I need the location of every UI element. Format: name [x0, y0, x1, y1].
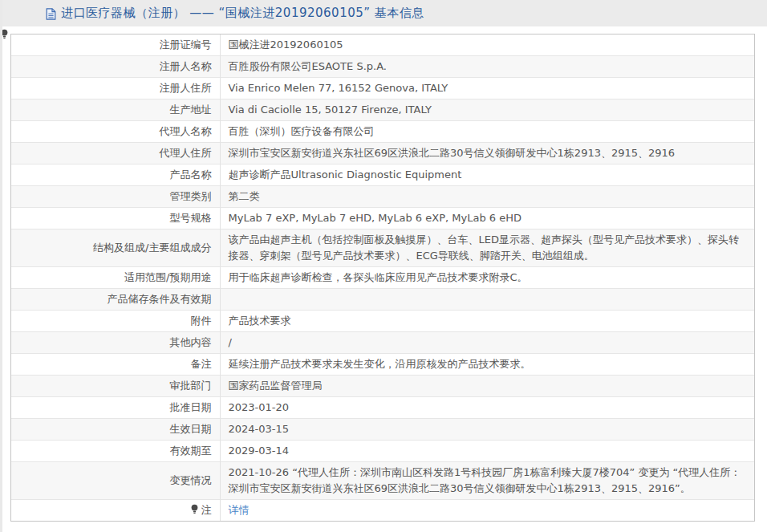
row-label: 产品储存条件及有效期	[11, 289, 220, 311]
detail-link[interactable]: 详情	[229, 504, 250, 516]
row-value: 国家药品监督管理局	[220, 376, 754, 397]
row-label-text: 型号规格	[170, 212, 212, 224]
row-value: 产品技术要求	[220, 311, 754, 332]
row-label: 审批部门	[11, 376, 220, 397]
row-label: 注册人名称	[11, 56, 220, 78]
row-label: 注	[11, 500, 220, 522]
table-row: 代理人名称百胜（深圳）医疗设备有限公司	[11, 121, 754, 143]
table-row: 其他内容/	[11, 332, 754, 354]
row-label-text: 代理人名称	[160, 125, 212, 137]
row-label-text: 注	[201, 504, 212, 516]
table-row: 生效日期2024-03-15	[11, 419, 754, 441]
table-row: 注册人名称百胜股份有限公司ESAOTE S.p.A.	[11, 56, 754, 78]
table-row: 产品名称超声诊断产品Ultrasonic Diagnostic Equipmen…	[11, 164, 754, 186]
table-row: 附件产品技术要求	[11, 311, 754, 332]
row-value: 2021-10-26 “代理人住所：深圳市南山区科发路1号科技园厂房1栋富利臻大…	[220, 462, 754, 500]
row-label: 代理人住所	[11, 143, 220, 164]
row-label: 其他内容	[11, 332, 220, 354]
row-value: 国械注进20192060105	[220, 35, 754, 56]
row-label-text: 结构及组成/主要组成成分	[93, 242, 211, 254]
window-left-edge	[0, 0, 2, 532]
row-label-text: 适用范围/预期用途	[124, 271, 211, 283]
table-row: 批准日期2023-01-20	[11, 397, 754, 419]
row-label-text: 注册人名称	[160, 60, 212, 72]
row-label: 管理类别	[11, 186, 220, 208]
table-row: 结构及组成/主要组成成分该产品由超声主机（包括控制面板及触摸屏）、台车、LED显…	[11, 229, 754, 267]
row-value	[220, 289, 754, 311]
header-bar: 进口医疗器械（注册） —— “国械注进20192060105” 基本信息	[0, 0, 767, 26]
row-label: 批准日期	[11, 397, 220, 419]
row-label-text: 附件	[191, 315, 212, 327]
row-label: 生效日期	[11, 419, 220, 441]
table-row: 注详情	[11, 500, 754, 522]
row-label-text: 注册人住所	[160, 82, 212, 94]
table-row: 生产地址Via di Caciolle 15, 50127 Firenze, I…	[11, 99, 754, 121]
table-row: 有效期至2029-03-14	[11, 441, 754, 462]
table-row: 型号规格MyLab 7 eXP, MyLab 7 eHD, MyLab 6 eX…	[11, 208, 754, 229]
row-label-text: 其他内容	[170, 336, 212, 348]
row-value: 该产品由超声主机（包括控制面板及触摸屏）、台车、LED显示器、超声探头（型号见产…	[220, 229, 754, 267]
document-icon	[46, 8, 56, 20]
table-row: 产品储存条件及有效期	[11, 289, 754, 311]
table-row: 适用范围/预期用途用于临床超声诊断检查，各探头临床应用见产品技术要求附录C。	[11, 267, 754, 289]
row-value: 第二类	[220, 186, 754, 208]
row-value: 百胜股份有限公司ESAOTE S.p.A.	[220, 56, 754, 78]
table-row: 注册证编号国械注进20192060105	[11, 35, 754, 56]
row-label-text: 生效日期	[170, 423, 212, 435]
row-label-text: 产品名称	[170, 169, 212, 181]
row-label-text: 生产地址	[170, 104, 212, 116]
row-label: 注册人住所	[11, 78, 220, 99]
registration-info-table-wrap: 注册证编号国械注进20192060105注册人名称百胜股份有限公司ESAOTE …	[10, 34, 755, 522]
row-label-text: 批准日期	[170, 401, 212, 413]
table-row: 审批部门国家药品监督管理局	[11, 376, 754, 397]
row-label-text: 产品储存条件及有效期	[108, 293, 212, 305]
row-label: 型号规格	[11, 208, 220, 229]
row-label: 代理人名称	[11, 121, 220, 143]
row-label: 变更情况	[11, 462, 220, 500]
row-label-text: 代理人住所	[160, 147, 212, 159]
row-label: 备注	[11, 354, 220, 376]
row-value: Via di Caciolle 15, 50127 Firenze, ITALY	[220, 99, 754, 121]
row-value: 超声诊断产品Ultrasonic Diagnostic Equipment	[220, 164, 754, 186]
row-label-text: 审批部门	[170, 380, 212, 392]
row-value: Via Enrico Melen 77, 16152 Genova, ITALY	[220, 78, 754, 99]
row-label: 适用范围/预期用途	[11, 267, 220, 289]
row-label: 结构及组成/主要组成成分	[11, 229, 220, 267]
table-row: 变更情况2021-10-26 “代理人住所：深圳市南山区科发路1号科技园厂房1栋…	[11, 462, 754, 500]
row-value: 2023-01-20	[220, 397, 754, 419]
row-label-text: 有效期至	[170, 445, 212, 457]
note-bulb-icon	[190, 504, 199, 514]
row-value: 2029-03-14	[220, 441, 754, 462]
row-value: /	[220, 332, 754, 354]
row-label: 注册证编号	[11, 35, 220, 56]
table-row: 代理人住所深圳市宝安区新安街道兴东社区69区洪浪北二路30号信义领御研发中心1栋…	[11, 143, 754, 164]
row-value: 延续注册产品技术要求未发生变化，沿用原核发的产品技术要求。	[220, 354, 754, 376]
table-row: 备注延续注册产品技术要求未发生变化，沿用原核发的产品技术要求。	[11, 354, 754, 376]
row-label: 生产地址	[11, 99, 220, 121]
table-row: 注册人住所Via Enrico Melen 77, 16152 Genova, …	[11, 78, 754, 99]
row-value: 详情	[220, 500, 754, 522]
registration-info-table: 注册证编号国械注进20192060105注册人名称百胜股份有限公司ESAOTE …	[11, 35, 754, 521]
row-label-text: 变更情况	[170, 474, 212, 486]
page-title: 进口医疗器械（注册） —— “国械注进20192060105” 基本信息	[61, 6, 424, 21]
row-label: 产品名称	[11, 164, 220, 186]
row-value: 百胜（深圳）医疗设备有限公司	[220, 121, 754, 143]
row-label: 附件	[11, 311, 220, 332]
row-value: 2024-03-15	[220, 419, 754, 441]
row-label: 有效期至	[11, 441, 220, 462]
row-label-text: 备注	[191, 358, 212, 370]
row-value: MyLab 7 eXP, MyLab 7 eHD, MyLab 6 eXP, M…	[220, 208, 754, 229]
row-label-text: 注册证编号	[160, 39, 212, 51]
row-value: 深圳市宝安区新安街道兴东社区69区洪浪北二路30号信义领御研发中心1栋2913、…	[220, 143, 754, 164]
table-row: 管理类别第二类	[11, 186, 754, 208]
row-value: 用于临床超声诊断检查，各探头临床应用见产品技术要求附录C。	[220, 267, 754, 289]
row-label-text: 管理类别	[170, 190, 212, 202]
